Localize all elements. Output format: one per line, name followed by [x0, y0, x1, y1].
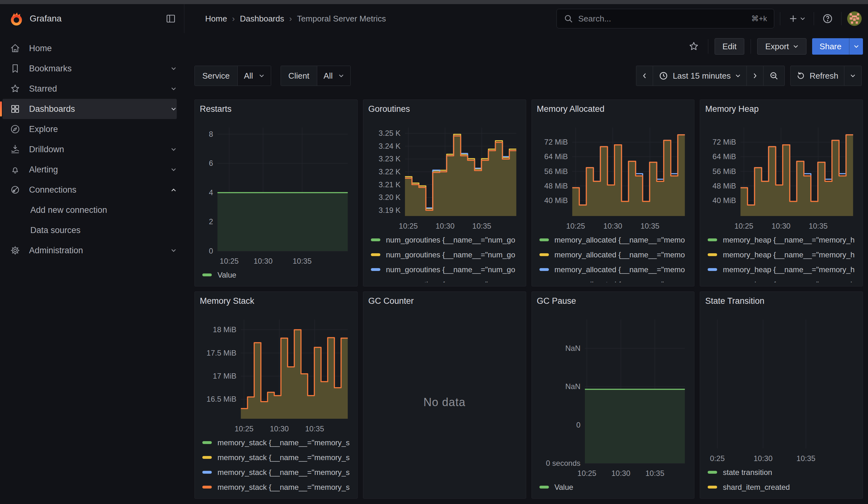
legend-item[interactable]: memory_allocated {__name__="memo — [539, 233, 689, 247]
search-input[interactable]: Search... ⌘+k — [557, 9, 774, 28]
legend-item[interactable]: memory_stack {__name__="memory_s — [202, 435, 352, 450]
sidebar-item-home[interactable]: Home — [2, 38, 177, 59]
legend-item[interactable]: num_goroutines {__name__="num_go — [371, 262, 521, 277]
legend-item[interactable]: num_goroutines {__name__="num_go — [371, 233, 521, 247]
breadcrumb-dashboards[interactable]: Dashboards — [240, 14, 284, 24]
panel-title[interactable]: Memory Stack — [200, 296, 352, 310]
panel-title[interactable]: GC Counter — [368, 296, 521, 310]
panel-title[interactable]: State Transition — [705, 296, 858, 310]
time-series-chart[interactable]: 16.5 MiB17 MiB17.5 MiB18 MiB10:2510:3010… — [200, 310, 352, 435]
search-shortcut: ⌘+k — [751, 14, 767, 23]
compass-icon — [9, 123, 21, 135]
clock-icon — [659, 71, 668, 81]
favorite-star-icon[interactable] — [686, 39, 702, 54]
sidebar-item-connections[interactable]: Connections — [2, 180, 177, 200]
sidebar-item-explore[interactable]: Explore — [2, 119, 177, 139]
sidebar-item-administration[interactable]: Administration — [2, 240, 177, 260]
legend-item[interactable]: state transition — [707, 465, 858, 480]
legend-item[interactable]: memory_stack {__name__="memory_s — [202, 480, 352, 495]
chevron-down-icon[interactable] — [170, 66, 177, 71]
legend-label: memory_heap {__name__="memory_h — [723, 280, 855, 282]
svg-text:3.23 K: 3.23 K — [379, 154, 400, 163]
chevron-up-icon[interactable] — [170, 188, 177, 192]
sidebar-item-dashboards[interactable]: Dashboards — [2, 99, 177, 119]
time-forward-button[interactable] — [746, 66, 764, 86]
legend-item[interactable]: memory_heap {__name__="memory_h — [707, 262, 858, 277]
share-caret-button[interactable] — [849, 38, 863, 55]
legend-item[interactable]: memory_heap {__name__="memory_h — [707, 277, 858, 282]
refresh-button[interactable]: Refresh — [790, 66, 844, 86]
legend-item[interactable]: shard_item_created — [707, 480, 858, 495]
time-range-picker[interactable]: Last 15 minutes — [653, 66, 747, 86]
time-series-chart[interactable]: 40 MiB48 MiB56 MiB64 MiB72 MiB10:2510:30… — [705, 118, 858, 233]
panel-title[interactable]: Restarts — [200, 104, 352, 118]
legend-label: memory_heap {__name__="memory_h — [723, 265, 855, 274]
legend-item[interactable]: memory_allocated {__name__="memo — [539, 247, 689, 262]
sidebar-item-starred[interactable]: Starred — [2, 79, 177, 99]
svg-text:0: 0 — [576, 421, 580, 429]
svg-text:64 MiB: 64 MiB — [544, 152, 568, 161]
chevron-down-icon[interactable] — [170, 87, 177, 91]
svg-text:48 MiB: 48 MiB — [544, 182, 568, 190]
chevron-down-icon — [850, 74, 856, 78]
legend-swatch-icon — [202, 274, 212, 276]
legend-swatch-icon — [202, 471, 212, 474]
legend-item[interactable]: memory_stack {__name__="memory_s — [202, 465, 352, 480]
svg-text:10:25: 10:25 — [220, 257, 239, 265]
edit-button[interactable]: Edit — [715, 38, 745, 55]
top-nav: Grafana Home › Dashboards › Temporal Ser… — [0, 4, 868, 33]
legend-item[interactable]: memory_heap {__name__="memory_h — [707, 233, 858, 247]
client-var-value[interactable]: All — [317, 66, 350, 85]
time-series-chart[interactable]: 0246810:2510:3010:35 — [200, 118, 352, 267]
legend-item[interactable]: num_goroutines {__name__="num_go — [371, 277, 521, 282]
sidebar-collapse-icon[interactable] — [165, 13, 176, 24]
sidebar-item-add-new-connection[interactable]: Add new connection — [2, 200, 177, 220]
legend-item[interactable]: Value — [202, 267, 352, 282]
user-avatar[interactable] — [847, 11, 862, 26]
help-icon[interactable] — [820, 11, 836, 27]
refresh-interval-caret[interactable] — [844, 66, 862, 86]
sidebar-item-drilldown[interactable]: Drilldown — [2, 139, 177, 160]
legend-label: memory_allocated {__name__="memo — [555, 280, 685, 282]
legend-item[interactable]: Value — [539, 480, 689, 495]
zoom-out-icon[interactable] — [763, 66, 785, 86]
legend-item[interactable]: memory_heap {__name__="memory_h — [707, 247, 858, 262]
panel-title[interactable]: GC Pause — [537, 296, 689, 310]
export-button[interactable]: Export — [757, 38, 806, 55]
panel-title[interactable]: Memory Allocated — [537, 104, 689, 118]
svg-text:56 MiB: 56 MiB — [544, 167, 568, 176]
legend-item[interactable]: memory_stack {__name__="memory_s — [202, 450, 352, 465]
add-button[interactable] — [786, 11, 808, 26]
share-button[interactable]: Share — [812, 38, 849, 55]
sidebar-item-data-sources[interactable]: Data sources — [2, 220, 177, 240]
legend-label: memory_stack {__name__="memory_s — [217, 483, 350, 492]
chevron-down-icon[interactable] — [170, 168, 177, 172]
legend-item[interactable]: num_goroutines {__name__="num_go — [371, 247, 521, 262]
time-series-chart[interactable]: 0:2510:3010:35 — [705, 310, 858, 465]
panel-title[interactable]: Goroutines — [368, 104, 521, 118]
legend-label: state transition — [723, 468, 772, 477]
time-series-chart[interactable]: 3.19 K3.20 K3.21 K3.22 K3.23 K3.24 K3.25… — [368, 118, 521, 233]
chevron-down-icon[interactable] — [170, 107, 177, 111]
breadcrumb-current: Temporal Server Metrics — [297, 14, 386, 24]
legend-label: memory_allocated {__name__="memo — [555, 265, 685, 274]
legend-item[interactable]: memory_allocated {__name__="memo — [539, 277, 689, 282]
time-back-button[interactable] — [636, 66, 653, 86]
breadcrumb-home[interactable]: Home — [205, 14, 227, 24]
time-series-chart[interactable]: 0 seconds0NaNNaN10:2510:3010:35 — [537, 310, 689, 480]
client-var-label[interactable]: Client — [281, 66, 317, 85]
svg-text:10:30: 10:30 — [772, 222, 790, 230]
service-var-value[interactable]: All — [237, 66, 271, 85]
sidebar-item-alerting[interactable]: Alerting — [2, 160, 177, 180]
chevron-down-icon[interactable] — [170, 248, 177, 253]
chart-legend: memory_stack {__name__="memory_smemory_s… — [200, 435, 352, 495]
panel-title[interactable]: Memory Heap — [705, 104, 858, 118]
legend-item[interactable]: memory_allocated {__name__="memo — [539, 262, 689, 277]
svg-text:72 MiB: 72 MiB — [544, 138, 568, 146]
chevron-down-icon[interactable] — [170, 147, 177, 152]
time-series-chart[interactable]: 40 MiB48 MiB56 MiB64 MiB72 MiB10:2510:30… — [537, 118, 689, 233]
sidebar-item-bookmarks[interactable]: Bookmarks — [2, 59, 177, 79]
legend-label: shard_item_created — [723, 483, 790, 492]
service-var-label[interactable]: Service — [195, 66, 237, 85]
grafana-logo-icon[interactable] — [9, 11, 23, 26]
